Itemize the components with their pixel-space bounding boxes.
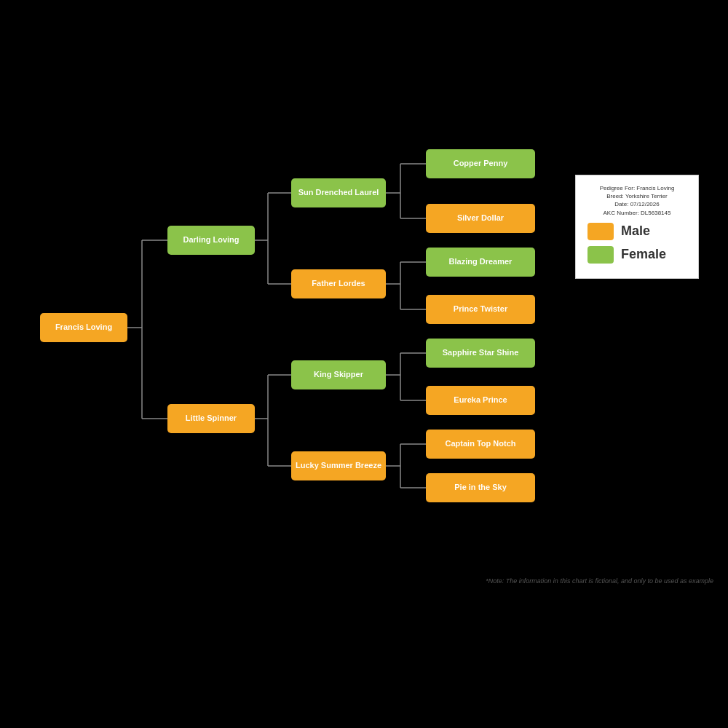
node-pie-in-the-sky [426,473,535,502]
node-blazing-dreamer [426,248,535,277]
node-francis-loving [40,313,127,342]
node-little-spinner [167,404,255,433]
node-lucky-summer-breeze [291,451,386,480]
node-father-lordes [291,269,386,298]
node-sapphire-star-shine [426,339,535,368]
node-king-skipper [291,360,386,389]
disclaimer-note: *Note: The information in this chart is … [486,577,713,586]
node-silver-dollar [426,204,535,233]
node-sun-drenched-laurel [291,178,386,207]
node-darling-loving [167,226,255,255]
node-captain-top-notch [426,430,535,459]
node-eureka-prince [426,386,535,415]
female-swatch [587,246,614,264]
pedigree-chart: Francis Loving Darling Loving Little Spi… [0,0,728,728]
node-copper-penny [426,149,535,178]
legend-panel: Pedigree For: Francis Loving Breed: York… [575,175,699,279]
legend-female-item: Female [587,246,687,264]
legend-female-label: Female [621,247,666,262]
node-prince-twister [426,295,535,324]
legend-male-item: Male [587,223,687,240]
legend-male-label: Male [621,223,650,239]
legend-header: Pedigree For: Francis Loving Breed: York… [587,184,687,217]
male-swatch [587,223,614,240]
